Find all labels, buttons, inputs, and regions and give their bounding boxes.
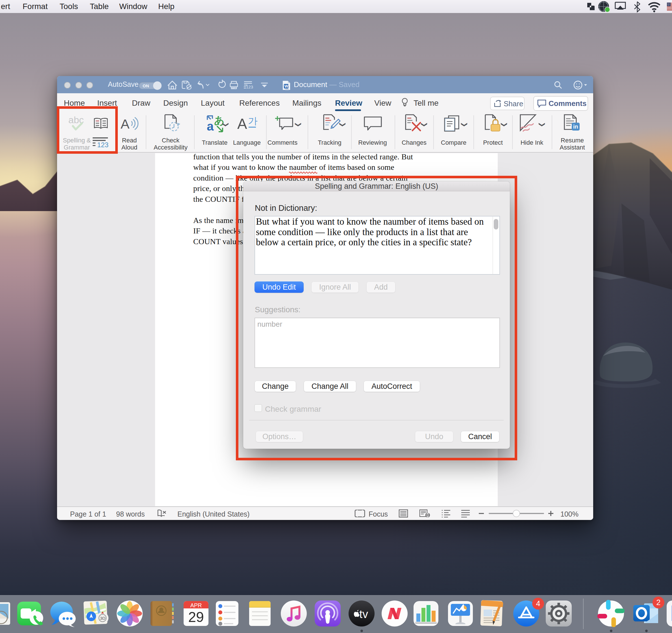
svg-text:a: a — [207, 119, 214, 132]
svg-text:in: in — [573, 123, 578, 130]
svg-text:3D: 3D — [100, 616, 105, 620]
svg-text:A: A — [121, 116, 130, 132]
svg-text:29: 29 — [188, 609, 204, 625]
svg-text:123: 123 — [246, 85, 253, 89]
svg-text:W: W — [284, 84, 288, 89]
svg-text:가: 가 — [248, 116, 258, 126]
svg-text:tv: tv — [359, 608, 368, 620]
svg-text:A: A — [237, 116, 247, 132]
svg-text:APR: APR — [190, 602, 202, 608]
